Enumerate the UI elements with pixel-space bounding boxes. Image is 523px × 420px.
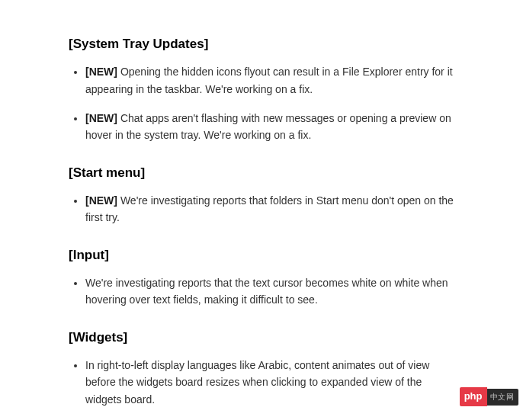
section-heading: [Widgets] [69, 327, 454, 348]
issue-list: [NEW] We're investigating reports that f… [69, 192, 454, 226]
item-text: We're investigating reports that folders… [85, 194, 454, 223]
new-tag: [NEW] [85, 194, 117, 207]
new-tag: [NEW] [85, 112, 117, 124]
new-tag: [NEW] [85, 66, 117, 78]
issue-list: In right-to-left display languages like … [69, 357, 454, 408]
item-text: We're investigating reports that the tex… [85, 277, 448, 306]
watermark-left: php [460, 387, 487, 406]
list-item: We're investigating reports that the tex… [85, 274, 454, 309]
watermark-right: 中文网 [487, 389, 519, 406]
section-heading: [Input] [69, 245, 454, 265]
item-text: In right-to-left display languages like … [85, 359, 429, 406]
issue-list: We're investigating reports that the tex… [69, 274, 454, 309]
section-heading: [System Tray Updates] [69, 34, 454, 54]
issue-list: [NEW] Opening the hidden icons flyout ca… [69, 63, 454, 144]
list-item: In right-to-left display languages like … [85, 357, 454, 408]
item-text: Opening the hidden icons flyout can resu… [85, 66, 453, 95]
section-heading: [Start menu] [69, 162, 454, 183]
list-item: [NEW] Chat apps aren't flashing with new… [85, 110, 454, 144]
list-item: [NEW] Opening the hidden icons flyout ca… [85, 63, 454, 98]
watermark: php 中文网 [460, 387, 518, 406]
list-item: [NEW] We're investigating reports that f… [85, 192, 454, 226]
item-text: Chat apps aren't flashing with new messa… [85, 112, 451, 141]
